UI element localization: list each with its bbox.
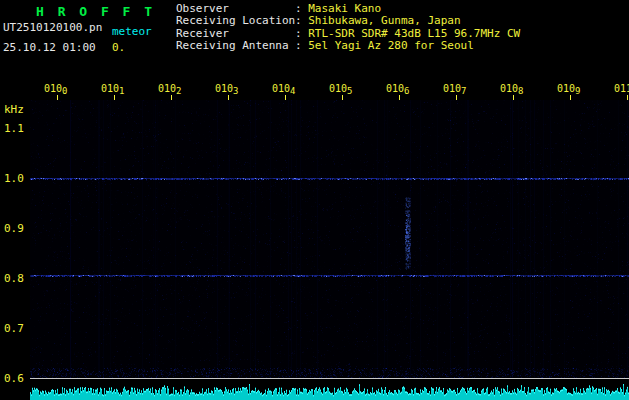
y-tick-label: 0.8 <box>4 272 24 285</box>
info-separator: : <box>295 2 308 15</box>
info-value: Shibukawa, Gunma, Japan <box>308 14 460 27</box>
station-id: meteor <box>112 25 152 38</box>
hrofft-screen: H R O F F T UT2510120100.pn meteor 25.10… <box>0 0 629 400</box>
x-tick-label: 0105 <box>329 83 352 94</box>
y-axis-unit: kHz <box>4 103 24 116</box>
app-title: H R O F F T <box>36 4 155 19</box>
x-tick-label: 0109 <box>557 83 580 94</box>
x-tick-label: 0100 <box>44 83 67 94</box>
info-value: 5el Yagi Az 280 for Seoul <box>308 39 474 52</box>
info-value: RTL-SDR SDR# 43dB L15 96.7MHz CW <box>308 27 520 40</box>
echo-counter: 0. <box>112 41 125 54</box>
info-value: Masaki Kano <box>308 2 381 15</box>
y-tick-label: 1.1 <box>4 122 24 135</box>
y-tick-label: 0.6 <box>4 372 24 385</box>
y-tick-label: 0.9 <box>4 222 24 235</box>
info-label: Receiving Antenna <box>176 40 295 52</box>
y-tick-label: 0.7 <box>4 322 24 335</box>
file-name: UT2510120100.pn <box>3 21 102 34</box>
info-separator: : <box>295 39 308 52</box>
x-tick-label: 0107 <box>443 83 466 94</box>
x-tick-label: 0106 <box>386 83 409 94</box>
info-label: Receiving Location <box>176 15 295 27</box>
divider-line <box>30 378 629 379</box>
y-tick-label: 1.0 <box>4 172 24 185</box>
x-tick-label: 0102 <box>158 83 181 94</box>
x-tick-label: 0108 <box>500 83 523 94</box>
receiver-info-block: Observer: Masaki KanoReceiving Location:… <box>176 3 520 53</box>
signal-level-canvas <box>30 384 629 400</box>
spectrogram-canvas <box>30 100 629 378</box>
x-tick-label: 0101 <box>101 83 124 94</box>
info-line: Receiving Antenna: 5el Yagi Az 280 for S… <box>176 40 520 52</box>
x-tick-label: 0110 <box>614 83 629 94</box>
info-separator: : <box>295 14 308 27</box>
date-time: 25.10.12 01:00 <box>3 41 96 54</box>
x-tick-label: 0103 <box>215 83 238 94</box>
x-tick-label: 0104 <box>272 83 295 94</box>
info-separator: : <box>295 27 308 40</box>
